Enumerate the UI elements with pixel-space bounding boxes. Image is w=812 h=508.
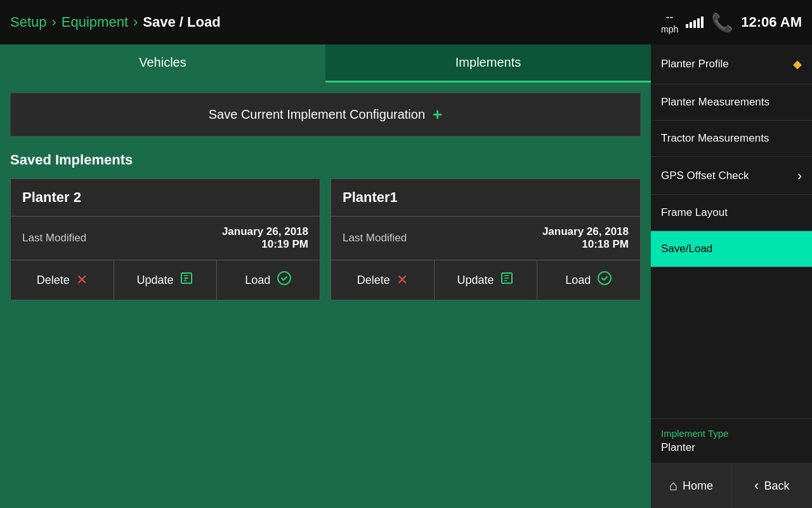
- update-button-planter1[interactable]: Update: [435, 260, 538, 300]
- chevron-right-icon: ›: [797, 168, 802, 183]
- warning-icon: ◆: [793, 57, 802, 71]
- breadcrumb-current: Save / Load: [143, 14, 220, 30]
- sidebar-item-planter-measurements[interactable]: Planter Measurements: [651, 84, 812, 121]
- sidebar-item-frame-layout[interactable]: Frame Layout: [651, 195, 812, 231]
- load-label-1: Load: [245, 274, 270, 287]
- modified-time-value-2: 10:18 PM: [542, 238, 629, 251]
- modified-date-value-2: January 26, 2018: [542, 225, 629, 238]
- delete-icon-1: ✕: [76, 272, 88, 288]
- load-icon-2: [597, 271, 612, 290]
- sidebar-item-tractor-measurements[interactable]: Tractor Measurements: [651, 121, 812, 157]
- tab-bar: Vehicles Implements: [0, 44, 651, 83]
- signal-bar-2: [690, 22, 692, 28]
- modified-date-value-1: January 26, 2018: [222, 225, 308, 238]
- update-button-planter2[interactable]: Update: [114, 260, 218, 300]
- signal-bar-4: [697, 18, 700, 28]
- content-area: Vehicles Implements Save Current Impleme…: [0, 44, 651, 508]
- signal-dashes: --: [666, 11, 674, 24]
- modified-date-1: January 26, 2018 10:19 PM: [222, 225, 308, 251]
- delete-label-2: Delete: [357, 274, 390, 287]
- breadcrumb: Setup › Equipment › Save / Load: [10, 14, 661, 30]
- delete-icon-2: ✕: [396, 272, 408, 288]
- signal-bar-1: [686, 24, 688, 28]
- modified-time-value-1: 10:19 PM: [222, 238, 308, 251]
- tab-implements-label: Implements: [455, 55, 521, 70]
- delete-button-planter1[interactable]: Delete ✕: [331, 260, 435, 300]
- implement-card-planter2: Planter 2 Last Modified January 26, 2018…: [10, 178, 320, 300]
- sidebar-planter-profile-label: Planter Profile: [661, 58, 729, 70]
- home-button[interactable]: ⌂ Home: [651, 464, 732, 508]
- plus-icon: +: [433, 105, 442, 124]
- card-title-planter2: Planter 2: [11, 179, 320, 217]
- header-status: -- mph 📞 12:06 AM: [661, 11, 802, 34]
- update-label-1: Update: [136, 274, 173, 287]
- tab-vehicles[interactable]: Vehicles: [0, 44, 325, 83]
- sidebar-item-gps-offset-check[interactable]: GPS Offset Check ›: [651, 157, 812, 195]
- sidebar-spacer: [651, 267, 812, 418]
- implement-type-section: Implement Type Planter: [651, 418, 812, 464]
- breadcrumb-sep1: ›: [52, 14, 56, 30]
- speed-unit: mph: [661, 24, 678, 34]
- card-actions-planter1: Delete ✕ Update: [331, 260, 640, 300]
- last-modified-label-2: Last Modified: [343, 232, 407, 244]
- content-inner: Save Current Implement Configuration + S…: [0, 83, 651, 508]
- modified-date-2: January 26, 2018 10:18 PM: [542, 225, 629, 251]
- sidebar-save-load-label: Save/Load: [661, 243, 712, 255]
- load-button-planter2[interactable]: Load: [217, 260, 320, 300]
- implement-type-value: Planter: [661, 441, 802, 454]
- signal-bar-5: [701, 17, 704, 28]
- back-button[interactable]: ‹ Back: [732, 464, 813, 508]
- delete-button-planter2[interactable]: Delete ✕: [11, 260, 114, 300]
- save-config-button[interactable]: Save Current Implement Configuration +: [10, 93, 641, 137]
- save-config-label: Save Current Implement Configuration: [209, 107, 425, 122]
- load-label-2: Load: [565, 274, 591, 287]
- card-actions-planter2: Delete ✕ Update: [11, 260, 320, 300]
- update-icon-1: [180, 272, 194, 289]
- saved-implements-label: Saved Implements: [10, 152, 641, 168]
- phone-icon: 📞: [711, 12, 733, 33]
- delete-label-1: Delete: [37, 274, 70, 287]
- breadcrumb-setup[interactable]: Setup: [10, 14, 47, 30]
- back-chevron-icon: ‹: [754, 478, 759, 494]
- tab-vehicles-label: Vehicles: [139, 55, 187, 70]
- sidebar: Planter Profile ◆ Planter Measurements T…: [651, 44, 812, 508]
- svg-point-1: [278, 272, 291, 284]
- implement-type-label: Implement Type: [661, 428, 802, 439]
- signal-indicator: -- mph: [661, 11, 678, 34]
- tab-implements[interactable]: Implements: [325, 44, 651, 83]
- signal-bars: [686, 17, 704, 28]
- card-info-planter1: Last Modified January 26, 2018 10:18 PM: [331, 217, 640, 260]
- implement-card-planter1: Planter1 Last Modified January 26, 2018 …: [331, 178, 641, 300]
- sidebar-item-planter-profile[interactable]: Planter Profile ◆: [651, 44, 812, 84]
- cards-row: Planter 2 Last Modified January 26, 2018…: [10, 178, 641, 300]
- card-info-planter2: Last Modified January 26, 2018 10:19 PM: [11, 217, 320, 260]
- update-icon-2: [501, 272, 514, 289]
- load-button-planter1[interactable]: Load: [537, 260, 640, 300]
- load-icon-1: [277, 271, 292, 290]
- breadcrumb-sep2: ›: [133, 14, 138, 30]
- sidebar-tractor-measurements-label: Tractor Measurements: [661, 132, 769, 145]
- main-layout: Vehicles Implements Save Current Impleme…: [0, 44, 812, 508]
- home-label: Home: [683, 479, 713, 493]
- breadcrumb-equipment[interactable]: Equipment: [62, 14, 128, 30]
- header: Setup › Equipment › Save / Load -- mph 📞…: [0, 0, 812, 44]
- signal-bar-3: [693, 20, 696, 28]
- last-modified-label-1: Last Modified: [22, 232, 86, 244]
- svg-point-3: [598, 272, 611, 284]
- sidebar-frame-layout-label: Frame Layout: [661, 206, 728, 219]
- sidebar-gps-offset-label: GPS Offset Check: [661, 170, 749, 182]
- sidebar-item-save-load[interactable]: Save/Load: [651, 231, 812, 267]
- update-label-2: Update: [457, 274, 494, 287]
- sidebar-planter-measurements-label: Planter Measurements: [661, 96, 769, 109]
- sidebar-footer: ⌂ Home ‹ Back: [651, 464, 812, 508]
- card-title-planter1: Planter1: [331, 179, 640, 217]
- back-label: Back: [764, 479, 789, 493]
- clock-display: 12:06 AM: [741, 14, 802, 30]
- home-icon: ⌂: [669, 478, 678, 494]
